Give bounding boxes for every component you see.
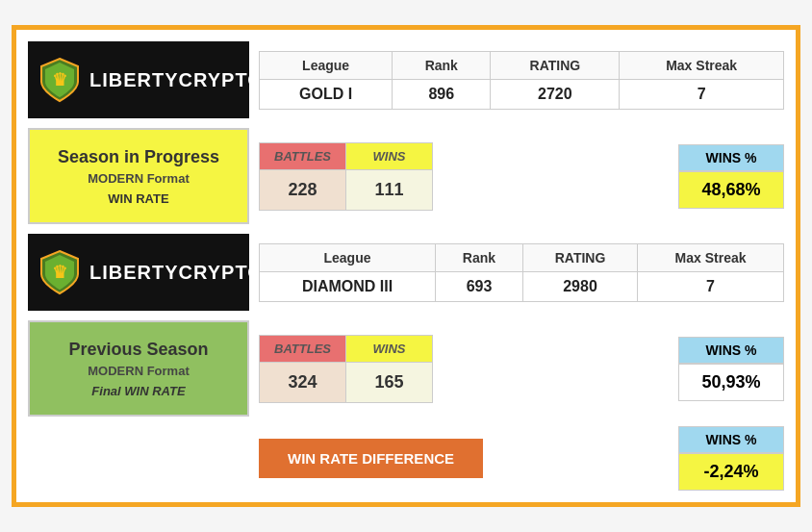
prev-col-header-league: League: [260, 243, 436, 271]
prev-col-header-maxstreak: Max Streak: [638, 243, 784, 271]
previous-season-format: MODERN Format: [88, 364, 189, 378]
previous-season-header-row: ♛ LIBERTYCRYPTO27 League Rank RATING Max…: [28, 234, 784, 311]
shield-icon: ♛: [39, 57, 80, 103]
logo-text: LIBERTYCRYPTO27: [89, 69, 287, 91]
svg-text:♛: ♛: [52, 70, 67, 89]
previous-win-rate-label: Final WIN RATE: [91, 384, 185, 398]
col-header-league: League: [260, 51, 393, 79]
current-season-format: MODERN Format: [88, 171, 189, 186]
current-battles-header: BATTLES: [260, 142, 346, 169]
previous-wins-pct-label: WINS %: [678, 337, 784, 364]
current-wins-pct-value: 48,68%: [678, 171, 784, 209]
previous-battles-value: 324: [260, 362, 346, 402]
svg-text:♛: ♛: [52, 263, 67, 282]
current-logo-card: ♛ LIBERTYCRYPTO27: [28, 41, 249, 118]
previous-wins-pct-box: WINS % 50,93%: [678, 337, 784, 401]
current-battles-wins-area: BATTLES WINS 228 111 WINS % 48,68%: [259, 142, 784, 211]
current-league-value: GOLD I: [260, 79, 393, 109]
previous-battles-header: BATTLES: [260, 335, 346, 362]
previous-wins-value: 165: [346, 362, 433, 402]
previous-rating-value: 2980: [522, 271, 637, 301]
current-wins-pct-label: WINS %: [678, 144, 784, 171]
current-rating-value: 2720: [491, 79, 620, 109]
diff-wins-pct-value: -2,24%: [678, 453, 784, 491]
previous-season-card: Previous Season MODERN Format Final WIN …: [28, 320, 249, 417]
current-battles-value: 228: [260, 169, 346, 210]
prev-col-header-rank: Rank: [436, 243, 523, 271]
previous-season-title: Previous Season: [68, 340, 208, 360]
previous-battles-wins-area: BATTLES WINS 324 165 WINS % 50,93%: [259, 335, 784, 403]
previous-bw-table: BATTLES WINS 324 165: [259, 335, 433, 403]
win-rate-diff-label: WIN RATE DIFFERENCE: [259, 439, 483, 478]
diff-row: WIN RATE DIFFERENCE WINS % -2,24%: [28, 426, 784, 491]
col-header-rating: RATING: [491, 51, 620, 79]
prev-col-header-rating: RATING: [522, 243, 637, 271]
col-header-rank: Rank: [393, 51, 491, 79]
col-header-maxstreak: Max Streak: [620, 51, 784, 79]
previous-logo-card: ♛ LIBERTYCRYPTO27: [28, 234, 249, 311]
previous-maxstreak-value: 7: [638, 271, 784, 301]
diff-wins-pct-label: WINS %: [678, 426, 784, 453]
current-wins-header: WINS: [346, 142, 433, 169]
previous-wins-header: WINS: [346, 335, 433, 362]
current-wins-pct-box: WINS % 48,68%: [678, 144, 784, 209]
current-season-card: Season in Progress MODERN Format WIN RAT…: [28, 128, 249, 224]
current-win-rate-label: WIN RATE: [108, 191, 168, 206]
previous-league-stats-table: League Rank RATING Max Streak DIAMOND II…: [259, 243, 784, 302]
previous-rank-value: 693: [436, 271, 523, 301]
diff-wins-pct-box: WINS % -2,24%: [678, 426, 784, 491]
current-bw-table: BATTLES WINS 228 111: [259, 142, 433, 211]
previous-season-row: Previous Season MODERN Format Final WIN …: [28, 320, 784, 417]
current-season-header-row: ♛ LIBERTYCRYPTO27 League Rank RATING Max…: [28, 41, 784, 118]
current-league-stats-table: League Rank RATING Max Streak GOLD I 896…: [259, 51, 784, 110]
current-wins-value: 111: [346, 169, 433, 210]
previous-wins-pct-value: 50,93%: [678, 364, 784, 401]
logo-text-2: LIBERTYCRYPTO27: [89, 262, 287, 284]
main-container: ♛ LIBERTYCRYPTO27 League Rank RATING Max…: [12, 25, 800, 507]
current-maxstreak-value: 7: [620, 79, 784, 109]
shield-icon-2: ♛: [39, 249, 80, 295]
current-season-title: Season in Progress: [58, 147, 219, 167]
current-rank-value: 896: [393, 79, 491, 109]
previous-league-value: DIAMOND III: [260, 271, 436, 301]
current-season-row: Season in Progress MODERN Format WIN RAT…: [28, 128, 784, 224]
